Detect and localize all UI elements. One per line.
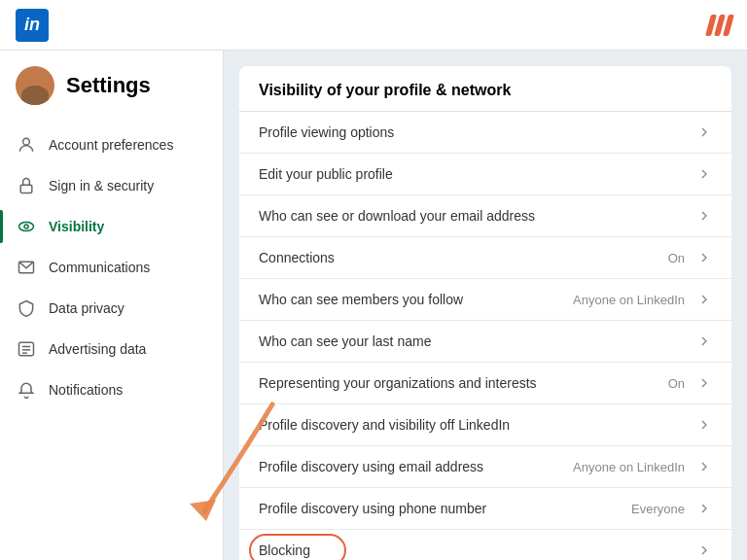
avatar: [16, 66, 54, 105]
menu-item-right: Anyone on LinkedIn: [573, 459, 712, 474]
header-right-logo: [708, 15, 731, 36]
menu-item-left: Profile discovery and visibility off Lin…: [259, 417, 510, 433]
chevron-right-icon: [696, 417, 712, 433]
menu-item-left: Profile viewing options: [259, 124, 394, 140]
menu-item-right: [696, 542, 712, 558]
linkedin-logo[interactable]: in: [16, 9, 49, 42]
menu-item-public-profile[interactable]: Edit your public profile: [239, 154, 731, 195]
menu-item-profile-discovery-phone[interactable]: Profile discovery using phone numberEver…: [239, 488, 731, 530]
chevron-right-icon: [696, 501, 712, 516]
menu-item-label: Who can see your last name: [259, 333, 431, 349]
sidebar-item-label: Sign in & security: [49, 178, 154, 193]
menu-item-label: Edit your public profile: [259, 166, 393, 182]
sidebar-nav: Account preferencesSign in & securityVis…: [0, 124, 223, 410]
shield-icon: [16, 298, 37, 319]
menu-item-right: [696, 208, 712, 224]
menu-item-label: Profile discovery using phone number: [259, 501, 486, 516]
chevron-right-icon: [696, 124, 712, 140]
sidebar-item-account-preferences[interactable]: Account preferences: [0, 124, 223, 165]
chevron-right-icon: [696, 292, 712, 307]
menu-item-left: Who can see your last name: [259, 333, 431, 349]
chevron-right-icon: [696, 250, 712, 265]
menu-item-label: Profile discovery using email address: [259, 459, 483, 474]
chevron-right-icon: [696, 333, 712, 349]
svg-point-2: [19, 222, 34, 230]
list-icon: [16, 338, 37, 360]
menu-item-value: On: [668, 376, 685, 391]
svg-point-3: [24, 225, 28, 228]
menu-item-value: On: [668, 251, 685, 265]
menu-item-members-follow[interactable]: Who can see members you followAnyone on …: [239, 279, 731, 321]
menu-item-right: [696, 333, 712, 349]
menu-item-left: Connections: [259, 250, 335, 265]
menu-item-left: Edit your public profile: [259, 166, 393, 182]
menu-item-last-name[interactable]: Who can see your last name: [239, 321, 731, 363]
menu-item-profile-viewing[interactable]: Profile viewing options: [239, 112, 731, 154]
sidebar-item-label: Advertising data: [49, 341, 146, 357]
lock-icon: [16, 175, 37, 196]
svg-rect-1: [20, 185, 32, 192]
settings-title: Settings: [66, 73, 151, 98]
chevron-right-icon: [696, 166, 712, 182]
menu-list: Profile viewing optionsEdit your public …: [239, 112, 731, 560]
menu-item-left: Who can see members you follow: [259, 292, 463, 307]
menu-item-blocking[interactable]: Blocking: [239, 530, 731, 560]
avatar-body: [21, 86, 49, 105]
menu-item-profile-discovery-off[interactable]: Profile discovery and visibility off Lin…: [239, 404, 731, 446]
mail-icon: [16, 257, 37, 278]
menu-item-email-visibility[interactable]: Who can see or download your email addre…: [239, 195, 731, 237]
sidebar-item-label: Data privacy: [49, 300, 124, 316]
menu-item-left: Blocking: [259, 542, 310, 558]
app-header: in: [0, 0, 747, 51]
sidebar-item-label: Communications: [49, 260, 150, 275]
sidebar-item-label: Visibility: [49, 219, 104, 234]
sidebar-item-label: Account preferences: [49, 137, 173, 153]
sidebar-item-label: Notifications: [49, 382, 123, 398]
menu-item-right: [696, 417, 712, 433]
sidebar-item-data-privacy[interactable]: Data privacy: [0, 288, 223, 329]
person-icon: [16, 134, 37, 156]
menu-item-label: Profile viewing options: [259, 124, 394, 140]
chevron-right-icon: [696, 542, 712, 558]
menu-item-right: Anyone on LinkedIn: [573, 292, 712, 307]
sidebar-item-sign-in-security[interactable]: Sign in & security: [0, 165, 223, 206]
chevron-right-icon: [696, 459, 712, 474]
chevron-right-icon: [696, 375, 712, 391]
linkedin-logo-text: in: [24, 15, 40, 35]
menu-item-connections[interactable]: ConnectionsOn: [239, 237, 731, 279]
menu-item-value: Anyone on LinkedIn: [573, 460, 685, 474]
menu-item-value: Everyone: [631, 502, 685, 516]
menu-item-organizations[interactable]: Representing your organizations and inte…: [239, 363, 731, 404]
bell-icon: [16, 379, 37, 401]
sidebar-item-visibility[interactable]: Visibility: [0, 206, 223, 247]
main-container: Settings Account preferencesSign in & se…: [0, 51, 747, 560]
menu-item-left: Who can see or download your email addre…: [259, 208, 535, 224]
sidebar-item-communications[interactable]: Communications: [0, 247, 223, 288]
menu-item-label: Who can see members you follow: [259, 292, 463, 307]
eye-icon: [16, 216, 37, 237]
chevron-right-icon: [696, 208, 712, 224]
menu-item-left: Representing your organizations and inte…: [259, 375, 537, 391]
sidebar: Settings Account preferencesSign in & se…: [0, 51, 224, 560]
sidebar-item-advertising-data[interactable]: Advertising data: [0, 329, 223, 369]
slash-logo-icon: [708, 15, 731, 36]
menu-item-right: Everyone: [631, 501, 712, 516]
menu-item-left: Profile discovery using email address: [259, 459, 483, 474]
menu-item-label: Representing your organizations and inte…: [259, 375, 537, 391]
sidebar-item-notifications[interactable]: Notifications: [0, 369, 223, 410]
menu-item-profile-discovery-email[interactable]: Profile discovery using email addressAny…: [239, 446, 731, 488]
menu-item-label: Who can see or download your email addre…: [259, 208, 535, 224]
content-card: Visibility of your profile & network Pro…: [239, 66, 731, 560]
menu-item-left: Profile discovery using phone number: [259, 501, 486, 516]
menu-item-label: Blocking: [259, 542, 310, 558]
content-area: Visibility of your profile & network Pro…: [224, 51, 747, 560]
menu-item-right: [696, 166, 712, 182]
menu-item-label: Profile discovery and visibility off Lin…: [259, 417, 510, 433]
menu-item-right: [696, 124, 712, 140]
menu-item-right: On: [668, 250, 712, 265]
svg-point-0: [23, 138, 30, 145]
menu-item-value: Anyone on LinkedIn: [573, 293, 685, 307]
menu-item-label: Connections: [259, 250, 335, 265]
section-title: Visibility of your profile & network: [239, 66, 731, 112]
settings-header: Settings: [0, 66, 223, 124]
